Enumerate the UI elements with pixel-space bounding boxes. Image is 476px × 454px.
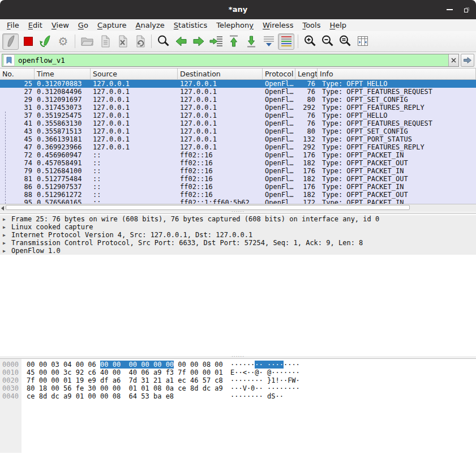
menu-telephony[interactable]: Telephony — [212, 19, 258, 31]
detail-row[interactable]: ▶OpenFlow 1.0 — [0, 247, 476, 255]
hex-bytes[interactable]: 80 18 00 56 fe 30 00 00 01 01 08 0a ce 8… — [27, 384, 223, 392]
cell-time: 0.456960947 — [35, 151, 91, 159]
packet-row-45[interactable]: 450.366139181127.0.0.1127.0.0.1OpenFl…13… — [0, 135, 476, 143]
resize-columns-icon[interactable] — [354, 33, 371, 50]
menu-wireless[interactable]: Wireless — [258, 19, 298, 31]
hex-row-0030[interactable]: 003080 18 00 56 fe 30 00 00 01 01 08 0a … — [0, 384, 476, 392]
column-header-protocol[interactable]: Protocol — [263, 68, 295, 79]
filter-value[interactable]: openflow_v1 — [15, 56, 448, 65]
menu-statistics[interactable]: Statistics — [169, 19, 212, 31]
titlebar-buttons — [445, 0, 470, 19]
hex-ascii[interactable]: ···V·0·· ········ — [230, 384, 300, 392]
stop-capture-icon[interactable] — [20, 33, 36, 50]
titlebar[interactable]: *any — [0, 0, 476, 19]
restart-capture-icon[interactable] — [37, 33, 54, 50]
menu-view[interactable]: View — [47, 19, 74, 31]
go-to-packet-icon[interactable] — [208, 33, 224, 50]
find-packet-icon[interactable] — [155, 33, 171, 50]
column-header-destination[interactable]: Destination — [178, 68, 263, 79]
cell-time: 0.312091697 — [35, 96, 91, 104]
cell-length: 132 — [295, 135, 318, 143]
hex-row-0040[interactable]: 0040ce 8d dc a9 01 00 00 08 64 53 ba e8·… — [0, 392, 476, 400]
packet-row-79[interactable]: 790.512684100::ff02::16OpenFl…176Type: O… — [0, 167, 476, 175]
packet-row-43[interactable]: 430.355871513127.0.0.1127.0.0.1OpenFl…80… — [0, 127, 476, 135]
hex-ascii[interactable]: ········ }1!··FW· — [230, 376, 300, 384]
hex-bytes[interactable]: 7f 00 00 01 19 e9 df a6 7d 31 21 a1 ec 4… — [27, 376, 223, 384]
detail-row[interactable]: ▶Linux cooked capture — [0, 223, 476, 231]
packet-row-25[interactable]: 250.312070883127.0.0.1127.0.0.1OpenFl…76… — [0, 80, 476, 88]
hex-bytes[interactable]: 00 00 03 04 00 06 00 00 00 00 00 00 00 0… — [27, 361, 223, 369]
menu-edit[interactable]: Edit — [24, 19, 47, 31]
cell-length: 172 — [295, 199, 318, 204]
cell-source: :: — [91, 151, 178, 159]
hex-bytes[interactable]: ce 8d dc a9 01 00 00 08 64 53 ba e8 — [27, 392, 174, 400]
menu-go[interactable]: Go — [74, 19, 93, 31]
restore-icon[interactable] — [462, 6, 470, 14]
expand-arrow-icon[interactable]: ▶ — [3, 224, 6, 230]
go-back-icon[interactable] — [173, 33, 189, 50]
packet-row-41[interactable]: 410.355863130127.0.0.1127.0.0.1OpenFl…76… — [0, 119, 476, 127]
hex-ascii[interactable]: ········ ········ — [230, 361, 300, 369]
cell-source: :: — [91, 159, 178, 167]
zoom-in-icon[interactable] — [302, 33, 318, 50]
hex-row-0020[interactable]: 00207f 00 00 01 19 e9 df a6 7d 31 21 a1 … — [0, 376, 476, 384]
detail-row[interactable]: ▶Transmission Control Protocol, Src Port… — [0, 239, 476, 247]
menu-help[interactable]: Help — [325, 19, 351, 31]
packet-row-31[interactable]: 310.317453073127.0.0.1127.0.0.1OpenFl…29… — [0, 104, 476, 112]
list-details-splitter[interactable] — [0, 211, 476, 213]
menu-capture[interactable]: Capture — [93, 19, 131, 31]
menu-tools[interactable]: Tools — [298, 19, 325, 31]
options-gear-icon[interactable]: ⚙ — [55, 33, 71, 50]
column-header-source[interactable]: Source — [91, 68, 178, 79]
packet-row-29[interactable]: 290.312091697127.0.0.1127.0.0.1OpenFl…80… — [0, 96, 476, 104]
expand-arrow-icon[interactable]: ▶ — [3, 216, 6, 222]
hex-row-0000[interactable]: 000000 00 03 04 00 06 00 00 00 00 00 00 … — [0, 361, 476, 369]
zoom-out-icon[interactable] — [319, 33, 336, 50]
hex-ascii[interactable]: ········ dS·· — [230, 392, 284, 400]
cell-info: Type: OFPT_FEATURES_REQUEST — [318, 88, 476, 96]
column-header-length[interactable]: Length — [295, 68, 318, 79]
expand-arrow-icon[interactable]: ▶ — [3, 248, 6, 254]
cell-source: :: — [91, 191, 178, 199]
packet-row-81[interactable]: 810.512775484::ff02::16OpenFl…182Type: O… — [0, 175, 476, 183]
hex-row-0010[interactable]: 001045 00 00 3c 92 c6 40 00 40 06 a9 f3 … — [0, 369, 476, 376]
apply-filter-icon[interactable] — [461, 54, 474, 67]
packet-row-27[interactable]: 270.312084496127.0.0.1127.0.0.1OpenFl…76… — [0, 88, 476, 96]
go-forward-icon[interactable] — [190, 33, 207, 50]
menu-file[interactable]: File — [2, 19, 24, 31]
minimize-icon[interactable] — [445, 6, 453, 14]
cell-info: Type: OFPT_FEATURES_REPLY — [318, 143, 476, 151]
cell-destination: 127.0.0.1 — [178, 112, 263, 119]
expand-arrow-icon[interactable]: ▶ — [3, 240, 6, 246]
packet-row-47[interactable]: 470.369923966127.0.0.1127.0.0.1OpenFl…29… — [0, 143, 476, 151]
hex-bytes[interactable]: 45 00 00 3c 92 c6 40 00 40 06 a9 f3 7f 0… — [27, 369, 223, 376]
auto-scroll-icon[interactable] — [260, 33, 277, 50]
scroll-left-arrow-icon[interactable] — [1, 206, 4, 211]
go-last-icon[interactable] — [243, 33, 259, 50]
go-first-icon[interactable] — [225, 33, 242, 50]
hex-ascii[interactable]: E··<··@· @······· — [230, 369, 300, 376]
menu-analyze[interactable]: Analyze — [131, 19, 169, 31]
column-header-time[interactable]: Time — [35, 68, 91, 79]
cell-protocol: OpenFl… — [263, 119, 295, 127]
detail-row[interactable]: ▶Frame 25: 76 bytes on wire (608 bits), … — [0, 215, 476, 223]
packet-row-74[interactable]: 740.457058491::ff02::16OpenFl…182Type: O… — [0, 159, 476, 167]
column-header-info[interactable]: Info — [318, 68, 476, 79]
cell-no: 45 — [0, 135, 35, 143]
colorize-icon[interactable] — [278, 33, 294, 50]
packet-row-72[interactable]: 720.456960947::ff02::16OpenFl…176Type: O… — [0, 151, 476, 159]
packet-row-86[interactable]: 860.512907537::ff02::16OpenFl…176Type: O… — [0, 183, 476, 191]
expand-arrow-icon[interactable]: ▶ — [3, 232, 6, 238]
cell-source: 127.0.0.1 — [91, 119, 178, 127]
detail-row[interactable]: ▶Internet Protocol Version 4, Src: 127.0… — [0, 231, 476, 239]
scrollbar-thumb[interactable] — [6, 205, 410, 210]
cell-destination: 127.0.0.1 — [178, 119, 263, 127]
packet-row-88[interactable]: 880.512961272::ff02::16OpenFl…182Type: O… — [0, 191, 476, 199]
zoom-original-icon[interactable] — [337, 33, 353, 50]
display-filter-input[interactable]: openflow_v1 — [2, 54, 459, 67]
packet-row-95[interactable]: 950.576560165::ff02::1:ff60:5b62OpenFl…1… — [0, 199, 476, 204]
column-header-no[interactable]: No. — [0, 68, 35, 79]
clear-filter-icon[interactable] — [448, 54, 458, 66]
packet-row-37[interactable]: 370.351925475127.0.0.1127.0.0.1OpenFl…76… — [0, 112, 476, 119]
bookmark-icon[interactable] — [3, 54, 15, 66]
